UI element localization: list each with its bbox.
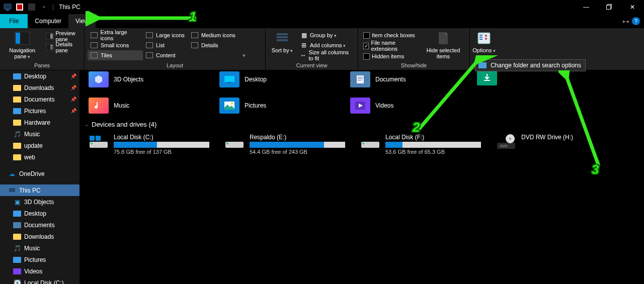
qat-dropdown-icon[interactable]: ▾ — [38, 2, 49, 13]
sidebar-item-web[interactable]: web — [0, 151, 79, 163]
content-area[interactable]: 3D Objects Desktop Documents Music Pictu… — [79, 70, 644, 284]
folder-pictures[interactable]: Pictures — [219, 96, 335, 116]
hide-selected-button[interactable]: Hide selected items — [420, 29, 466, 60]
drive-usage-bar — [385, 142, 481, 148]
layout-extra-large[interactable]: Extra large icons — [88, 30, 143, 40]
music-folder-icon — [89, 98, 109, 114]
qat-properties-icon[interactable] — [26, 2, 37, 13]
file-name-extensions-toggle[interactable]: File name extensions — [361, 41, 418, 51]
sidebar-item-desktop[interactable]: Desktop📌 — [0, 70, 79, 82]
svg-rect-29 — [358, 78, 363, 79]
documents-folder-icon — [350, 71, 370, 87]
folder-videos[interactable]: Videos — [350, 96, 466, 116]
add-columns-icon: ⊞ — [300, 41, 308, 49]
drive-local-c[interactable]: Local Disk (C:) 75.8 GB free of 137 GB — [89, 134, 209, 155]
svg-rect-10 — [50, 34, 53, 39]
sidebar-item-music[interactable]: 🎵Music — [0, 128, 79, 140]
folder-3d-objects[interactable]: 3D Objects — [89, 70, 204, 89]
drive-respaldo-e[interactable]: Respaldo (E:) 54.4 GB free of 243 GB — [224, 134, 345, 155]
layout-small[interactable]: Small icons — [88, 40, 143, 50]
drive-usage-bar — [250, 142, 345, 148]
drive-dvd-h[interactable]: DVD DVD RW Drive (H:) — [496, 134, 607, 155]
sidebar-pc-pictures[interactable]: Pictures — [0, 254, 79, 265]
drive-local-f[interactable]: Local Disk (F:) 53.6 GB free of 65.3 GB — [360, 134, 481, 155]
qat-save-icon[interactable] — [14, 2, 25, 13]
title-bar: ▾ | This PC — ✕ — [0, 0, 644, 14]
tab-computer[interactable]: Computer — [28, 14, 68, 28]
devices-section-header[interactable]: ⌄ Devices and drives (4) — [85, 121, 156, 128]
music-icon: 🎵 — [13, 130, 21, 138]
layout-group-label: Layout — [88, 61, 262, 70]
chevron-down-icon: ⌄ — [85, 122, 89, 127]
layout-tiles[interactable]: Tiles — [88, 50, 143, 60]
sidebar-item-documents[interactable]: Documents📌 — [0, 93, 79, 105]
svg-rect-27 — [357, 75, 364, 83]
sidebar-pc-downloads[interactable]: Downloads — [0, 231, 79, 242]
folder-icon — [13, 142, 21, 150]
layout-content[interactable]: Content — [143, 50, 188, 60]
svg-rect-18 — [478, 33, 490, 44]
preview-pane-button[interactable]: Preview pane — [44, 31, 82, 41]
folder-music[interactable]: Music — [89, 96, 204, 116]
folder-documents[interactable]: Documents — [350, 70, 466, 89]
options-dropdown-item[interactable]: Change folder and search options — [475, 59, 586, 71]
sidebar-pc-documents[interactable]: Documents — [0, 219, 79, 231]
documents-icon — [13, 221, 21, 229]
options-popup-icon — [478, 62, 487, 68]
group-by-icon: ▦ — [300, 31, 308, 39]
folder-unknown-download[interactable] — [477, 70, 497, 85]
sort-by-button[interactable]: Sort by — [269, 29, 296, 55]
navigation-sidebar[interactable]: Desktop📌 Downloads📌 Documents📌 Pictures📌… — [0, 70, 79, 284]
layout-large[interactable]: Large icons — [143, 30, 188, 40]
add-columns-button[interactable]: ⊞Add columns — [298, 40, 355, 50]
disk-icon: 💽 — [13, 279, 21, 285]
sidebar-item-update[interactable]: update — [0, 140, 79, 151]
layout-more[interactable]: ▾ — [188, 50, 249, 60]
svg-rect-13 — [50, 47, 53, 48]
size-columns-button[interactable]: ↔Size all columns to fit — [298, 50, 355, 60]
help-button[interactable]: ? — [632, 17, 640, 25]
options-button[interactable]: Options — [470, 29, 498, 55]
tab-view[interactable]: View — [68, 14, 96, 28]
svg-rect-19 — [479, 35, 482, 36]
item-check-boxes-toggle[interactable]: Item check boxes — [361, 30, 418, 40]
layout-details[interactable]: Details — [188, 40, 249, 50]
ribbon-collapse-icon[interactable]: ▸◂ — [623, 18, 629, 25]
sidebar-pc-videos[interactable]: Videos — [0, 265, 79, 277]
pc-icon — [8, 186, 16, 195]
layout-medium[interactable]: Medium icons — [188, 30, 249, 40]
maximize-button[interactable] — [598, 0, 621, 14]
pictures-icon — [13, 256, 21, 264]
sidebar-pc-localdisk-c[interactable]: 💽Local Disk (C:) — [0, 277, 79, 284]
videos-folder-icon — [350, 98, 370, 114]
close-button[interactable]: ✕ — [621, 0, 644, 14]
dvd-icon: DVD — [496, 134, 516, 150]
ribbon-tabs: File Computer View ▸◂ ? — [0, 14, 644, 28]
disk-icon — [360, 134, 380, 150]
minimize-button[interactable]: — — [575, 0, 598, 14]
preview-pane-icon — [46, 32, 54, 40]
details-pane-button[interactable]: Details pane — [44, 42, 82, 52]
svg-rect-15 — [277, 33, 288, 35]
sidebar-item-downloads[interactable]: Downloads📌 — [0, 82, 79, 93]
sidebar-item-pictures[interactable]: Pictures📌 — [0, 105, 79, 117]
navigation-pane-button[interactable]: Navigation pane — [3, 29, 42, 61]
sidebar-pc-music[interactable]: 🎵Music — [0, 242, 79, 254]
svg-rect-28 — [358, 77, 363, 77]
svg-rect-35 — [91, 143, 93, 144]
sidebar-item-hardware[interactable]: Hardware — [0, 117, 79, 128]
sidebar-pc-desktop[interactable]: Desktop — [0, 208, 79, 219]
folder-icon — [13, 84, 21, 92]
hidden-items-toggle[interactable]: Hidden items — [361, 51, 418, 61]
folder-desktop[interactable]: Desktop — [219, 70, 335, 89]
group-by-button[interactable]: ▦Group by — [298, 30, 355, 40]
checkbox-icon — [363, 32, 370, 39]
options-popup-label: Change folder and search options — [491, 62, 581, 69]
sidebar-item-onedrive[interactable]: ☁OneDrive — [0, 168, 79, 179]
tab-file[interactable]: File — [0, 14, 28, 28]
sidebar-item-this-pc[interactable]: This PC — [0, 184, 79, 196]
svg-rect-1 — [6, 10, 9, 11]
layout-list[interactable]: List — [143, 40, 188, 50]
sidebar-pc-3dobjects[interactable]: ▣3D Objects — [0, 196, 79, 208]
3d-objects-icon — [89, 71, 109, 87]
